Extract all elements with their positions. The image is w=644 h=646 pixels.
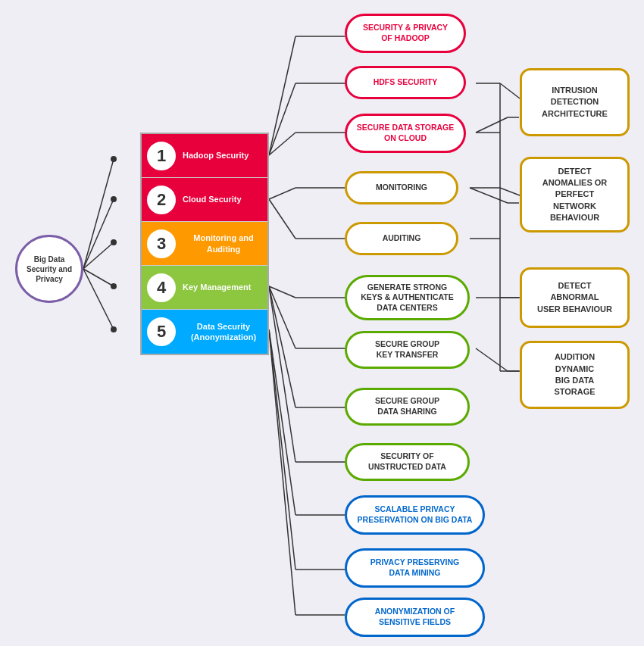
svg-point-8 bbox=[111, 283, 117, 289]
svg-line-11 bbox=[269, 83, 295, 155]
data-node-2: PRIVACY PRESERVINGDATA MINING bbox=[345, 548, 485, 588]
key-node-1: GENERATE STRONGKEYS & AUTHENTICATEDATA C… bbox=[345, 275, 470, 320]
categories-panel: 1 Hadoop Security 2 Cloud Security 3 Mon… bbox=[140, 133, 269, 355]
category-number-1: 1 bbox=[145, 139, 178, 173]
svg-point-5 bbox=[111, 156, 117, 162]
svg-line-21 bbox=[269, 286, 295, 348]
svg-line-20 bbox=[269, 286, 295, 298]
central-label: Big DataSecurity and Privacy bbox=[17, 254, 81, 284]
category-label-5: Data Security (Anonymization) bbox=[183, 321, 264, 343]
data-node-3: ANONYMIZATION OFSENSITIVE FIELDS bbox=[345, 598, 485, 637]
category-number-5: 5 bbox=[145, 315, 178, 348]
category-number-2: 2 bbox=[145, 183, 178, 217]
central-node: Big DataSecurity and Privacy bbox=[15, 235, 83, 303]
category-item-5: 5 Data Security (Anonymization) bbox=[142, 310, 267, 354]
svg-line-0 bbox=[83, 159, 114, 269]
diagram-container: Big DataSecurity and Privacy 1 Hadoop Se… bbox=[0, 0, 644, 646]
right-node-1: INTRUSIONDETECTIONARCHITECTURE bbox=[520, 68, 630, 136]
category-item-1: 1 Hadoop Security bbox=[142, 134, 267, 178]
svg-point-7 bbox=[111, 239, 117, 245]
svg-line-1 bbox=[83, 199, 114, 269]
svg-line-29 bbox=[269, 329, 295, 570]
category-item-4: 4 Key Management bbox=[142, 266, 267, 310]
key-node-2: SECURE GROUPKEY TRANSFER bbox=[345, 331, 470, 369]
svg-line-48 bbox=[500, 188, 520, 195]
hadoop-node-2: HDFS SECURITY bbox=[345, 66, 466, 99]
svg-line-28 bbox=[269, 329, 295, 515]
svg-line-4 bbox=[83, 269, 114, 329]
svg-line-47 bbox=[500, 83, 520, 98]
category-label-1: Hadoop Security bbox=[183, 150, 249, 161]
monitoring-node-1: MONITORING bbox=[345, 171, 458, 204]
svg-line-16 bbox=[269, 188, 295, 199]
category-number-3: 3 bbox=[145, 227, 178, 261]
svg-line-22 bbox=[269, 286, 295, 407]
svg-line-3 bbox=[83, 269, 114, 286]
right-node-4: AUDITIONDYNAMICBIG DATASTORAGE bbox=[520, 341, 630, 409]
category-item-2: 2 Cloud Security bbox=[142, 178, 267, 222]
category-label-4: Key Management bbox=[183, 282, 251, 292]
svg-line-30 bbox=[269, 329, 295, 615]
category-number-4: 4 bbox=[145, 271, 178, 304]
monitoring-node-2: AUDITING bbox=[345, 222, 458, 255]
category-label-2: Cloud Security bbox=[183, 194, 242, 204]
data-node-1: SCALABLE PRIVACYPRESERVATION ON BIG DATA bbox=[345, 495, 485, 535]
svg-line-2 bbox=[83, 242, 114, 269]
svg-line-12 bbox=[269, 133, 295, 155]
svg-line-36 bbox=[470, 188, 508, 203]
hadoop-node-3: SECURE DATA STORAGEON CLOUD bbox=[345, 114, 466, 153]
svg-line-34 bbox=[476, 117, 508, 133]
svg-point-6 bbox=[111, 196, 117, 202]
svg-line-23 bbox=[269, 286, 295, 462]
svg-line-17 bbox=[269, 199, 295, 239]
svg-line-40 bbox=[476, 348, 508, 371]
svg-point-9 bbox=[111, 326, 117, 332]
category-item-3: 3 Monitoring and Auditing bbox=[142, 222, 267, 266]
right-node-3: DETECTABNORMALUSER BEHAVIOUR bbox=[520, 267, 630, 328]
category-label-3: Monitoring and Auditing bbox=[183, 232, 264, 254]
key-node-3: SECURE GROUPDATA SHARING bbox=[345, 388, 470, 426]
hadoop-node-1: SECURITY & PRIVACYOF HADOOP bbox=[345, 14, 466, 53]
right-node-2: DETECTANOMALIES ORPERFECTNETWORKBEHAVIOU… bbox=[520, 157, 630, 232]
svg-line-10 bbox=[269, 36, 295, 155]
key-node-4: SECURITY OFUNSTRUCTED DATA bbox=[345, 443, 470, 481]
